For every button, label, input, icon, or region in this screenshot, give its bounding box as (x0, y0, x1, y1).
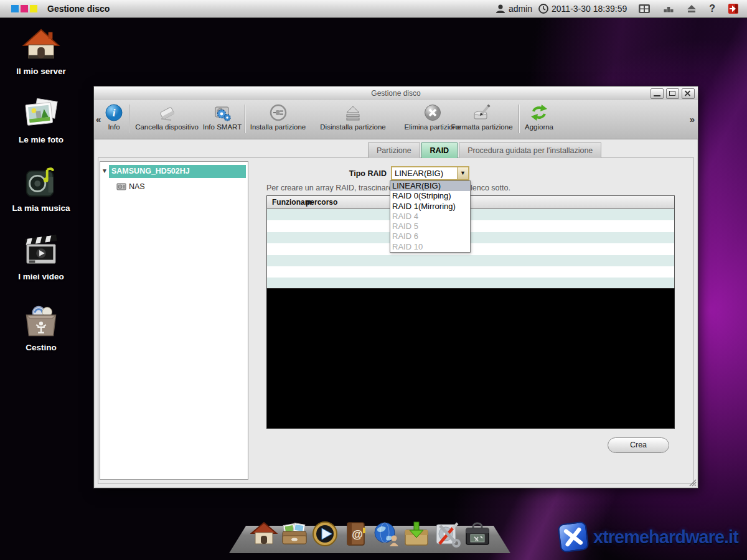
workgroup-icon[interactable] (663, 3, 674, 14)
raid-hint-text-right: lenco sotto. (471, 184, 510, 192)
raid-hint-text-left: Per creare un array RAID, trascinare (266, 184, 393, 192)
help-icon[interactable] (707, 3, 718, 14)
toolbar-button-label: Disinstalla partizione (310, 123, 396, 131)
window-titlebar[interactable]: Gestione disco (94, 86, 698, 101)
dock: @ (250, 520, 491, 548)
refresh-icon (530, 103, 548, 122)
trash-icon (22, 303, 60, 342)
dropdown-option-linear-big[interactable]: LINEAR(BIG) (390, 181, 470, 191)
dropdown-option-raid10: RAID 10 (390, 242, 470, 252)
dock-contacts-icon[interactable]: @ (342, 520, 369, 548)
system-logo[interactable] (11, 5, 37, 12)
empty-list-row (267, 278, 674, 289)
raid-type-select[interactable]: LINEAR(BIG) (391, 166, 469, 180)
dock-home-icon[interactable] (250, 520, 278, 548)
video-icon (22, 232, 60, 271)
window-title: Gestione disco (94, 89, 698, 98)
raid-disk-list: Funzionam percorso ensioni (266, 195, 675, 288)
toolbar-scroll-right-icon[interactable] (690, 114, 695, 124)
datetime-label: 2011-3-30 18:39:59 (552, 4, 627, 14)
dropdown-option-raid4: RAID 4 (390, 212, 470, 222)
watermark: xtremehardware.it (559, 523, 738, 551)
top-menubar: Gestione disco admin 2011-3-30 18:39:59 (0, 0, 747, 18)
desktop-icon-my-server[interactable]: Il mio server (9, 27, 73, 76)
toolbar-uninstall-partition-button[interactable]: Disinstalla partizione (310, 103, 396, 136)
logo-magenta-square (21, 5, 28, 12)
device-tree-panel: SAMSUNG_HD502HJ NAS (100, 161, 248, 480)
menubar-status-area: admin 2011-3-30 18:39:59 (495, 3, 747, 14)
dropdown-option-raid6: RAID 6 (390, 231, 470, 241)
tree-item-disk-root[interactable]: SAMSUNG_HD502HJ (100, 165, 248, 178)
dock-downloads-icon[interactable] (403, 520, 430, 548)
format-pencil-icon (472, 103, 491, 122)
toolbar-button-label: Info SMART (201, 123, 243, 131)
clock-icon (538, 3, 549, 14)
toolbar-refresh-button[interactable]: Aggiorna (522, 103, 557, 136)
info-icon: i (105, 103, 123, 122)
maximize-button[interactable] (666, 88, 679, 99)
toolbar-smart-info-button[interactable]: Info SMART (201, 103, 243, 136)
empty-list-row (267, 243, 674, 254)
tab-partizione[interactable]: Partizione (368, 142, 420, 158)
eraser-icon (157, 103, 176, 122)
close-button[interactable] (682, 88, 695, 99)
dock-photos-icon[interactable] (281, 520, 308, 548)
toolbar-erase-device-button[interactable]: Cancella dispositivo (130, 103, 204, 136)
dock-disk-utility-icon[interactable] (433, 520, 461, 548)
expander-icon[interactable] (101, 167, 108, 174)
logo-blue-square (11, 5, 19, 12)
tree-child-label: NAS (129, 182, 145, 191)
watermark-text: xtremehardware.it (593, 527, 738, 548)
desktop-icon-trash[interactable]: Cestino (9, 303, 73, 352)
photos-icon (22, 95, 60, 134)
create-button[interactable]: Crea (608, 437, 669, 453)
user-icon (495, 3, 506, 14)
toolbar-install-partition-button[interactable]: Installa partizione (247, 103, 309, 136)
smart-disk-icon (213, 103, 232, 122)
toolbar-button-label: Info (100, 123, 128, 131)
dock-toolbox-icon[interactable] (464, 520, 491, 548)
desktop-icon-my-photos[interactable]: Le mie foto (9, 95, 73, 144)
raid-type-dropdown-list: LINEAR(BIG) RAID 0(Striping) RAID 1(Mirr… (390, 180, 471, 253)
svg-text:@: @ (352, 528, 363, 541)
desktop-icon-label: Cestino (9, 343, 73, 352)
empty-list-row (267, 266, 674, 278)
chevron-down-icon[interactable] (457, 167, 468, 179)
tab-raid[interactable]: RAID (421, 142, 458, 158)
raid-disk-list-header: Funzionam percorso ensioni (267, 196, 674, 209)
toolbar-separator (519, 105, 519, 133)
desktop-icon-label: I miei video (9, 272, 73, 281)
eject-partition-icon (344, 103, 362, 122)
tree-root-label: SAMSUNG_HD502HJ (109, 165, 246, 178)
toolbar-separator (129, 105, 129, 133)
partition-disk-icon (116, 182, 126, 192)
raid-type-selected-value: LINEAR(BIG) (392, 167, 457, 179)
dropdown-option-raid0[interactable]: RAID 0(Striping) (390, 191, 470, 201)
desktop-icon-my-music[interactable]: La mia musica (9, 164, 73, 213)
minimize-button[interactable] (651, 88, 664, 99)
delete-circle-icon (423, 103, 442, 122)
toolbar-format-partition-button[interactable]: Formatta partizione (446, 103, 517, 136)
dropdown-option-raid1[interactable]: RAID 1(Mirroring) (390, 202, 470, 212)
desktop-icon-label: La mia musica (9, 203, 73, 213)
dock-media-player-icon[interactable] (311, 520, 339, 548)
empty-list-row (267, 232, 674, 243)
tree-item-nas-partition[interactable]: NAS (116, 181, 145, 192)
empty-list-row (267, 255, 674, 266)
clock-indicator: 2011-3-30 18:39:59 (538, 3, 627, 14)
dock-web-icon[interactable] (372, 520, 400, 548)
logout-icon[interactable] (727, 3, 740, 14)
resize-grip[interactable] (687, 477, 697, 487)
home-icon (22, 27, 60, 65)
eject-icon[interactable] (686, 3, 697, 14)
toolbar-button-label: Cancella dispositivo (130, 123, 204, 131)
desktop-icon-label: Le mie foto (9, 135, 73, 144)
tab-procedura-guidata[interactable]: Procedura guidata per l'installazione (459, 142, 601, 158)
toolbar-button-label: Installa partizione (247, 123, 309, 131)
user-indicator[interactable]: admin (495, 3, 532, 14)
raid-type-label: Tipo RAID (318, 169, 387, 178)
desktop-icon-my-videos[interactable]: I miei video (9, 232, 73, 281)
apps-grid-icon[interactable] (637, 3, 651, 14)
toolbar-info-button[interactable]: i Info (100, 103, 128, 136)
menubar-title: Gestione disco (47, 4, 110, 14)
